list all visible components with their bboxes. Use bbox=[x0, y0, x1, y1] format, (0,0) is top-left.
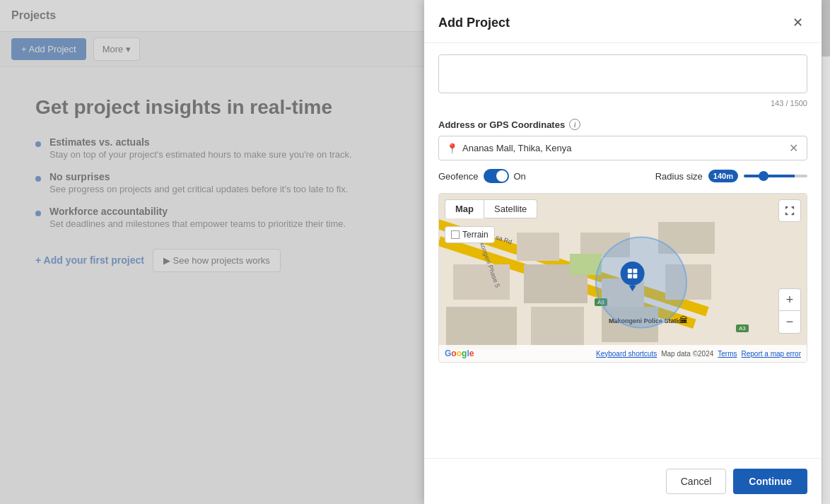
map-block8 bbox=[446, 307, 517, 349]
map-attr-right: Keyboard shortcuts Map data ©2024 Terms … bbox=[596, 350, 801, 358]
map-zoom-in-button[interactable]: + bbox=[778, 288, 801, 311]
report-error-link[interactable]: Report a map error bbox=[742, 350, 801, 358]
map-police-icon: 🏛 bbox=[679, 315, 688, 325]
geofence-toggle-wrap: On bbox=[484, 169, 525, 183]
project-description-textarea[interactable] bbox=[438, 54, 807, 93]
address-input[interactable] bbox=[462, 136, 788, 160]
address-info-icon: i bbox=[569, 119, 580, 130]
cancel-button[interactable]: Cancel bbox=[666, 469, 727, 494]
geofence-label: Geofence bbox=[438, 171, 478, 182]
background-overlay bbox=[0, 0, 424, 504]
terms-link[interactable]: Terms bbox=[718, 350, 737, 358]
terrain-label: Terrain bbox=[462, 230, 489, 240]
map-zoom-out-button[interactable]: − bbox=[778, 311, 801, 334]
add-project-dialog: Add Project ✕ 143 / 1500 Address or GPS … bbox=[424, 0, 822, 504]
map-badge-a3-2: A3 bbox=[736, 324, 749, 332]
map-container: Makongeni Phase 5 sa Rd Makongeni Police… bbox=[438, 193, 807, 363]
svg-rect-0 bbox=[628, 269, 632, 273]
map-toolbar: Map Satellite bbox=[445, 199, 537, 218]
radius-right: Radius size 140m bbox=[655, 170, 807, 182]
address-input-wrap: 📍 ✕ bbox=[438, 136, 807, 160]
map-tab-satellite[interactable]: Satellite bbox=[484, 199, 537, 218]
dialog-header: Add Project ✕ bbox=[424, 0, 822, 43]
map-background: Makongeni Phase 5 sa Rd Makongeni Police… bbox=[439, 194, 807, 362]
svg-rect-2 bbox=[628, 274, 632, 279]
scrollbar-thumb[interactable] bbox=[822, 0, 830, 57]
map-block9 bbox=[531, 307, 584, 346]
address-section-label: Address or GPS Coordinates i bbox=[438, 119, 807, 130]
radius-label: Radius size bbox=[655, 171, 703, 182]
map-zoom-controls: + − bbox=[778, 288, 801, 334]
map-fullscreen-button[interactable] bbox=[778, 199, 801, 222]
location-pin-icon: 📍 bbox=[446, 143, 458, 154]
svg-rect-3 bbox=[633, 274, 637, 279]
scrollbar[interactable] bbox=[822, 0, 830, 504]
geofence-state: On bbox=[513, 171, 525, 182]
map-tab-map[interactable]: Map bbox=[445, 199, 484, 218]
address-clear-button[interactable]: ✕ bbox=[788, 140, 800, 156]
map-block2 bbox=[517, 233, 559, 261]
map-pin-icon bbox=[626, 267, 639, 280]
geofence-toggle[interactable] bbox=[484, 169, 509, 183]
keyboard-shortcuts-link[interactable]: Keyboard shortcuts bbox=[596, 350, 657, 358]
dialog-body: 143 / 1500 Address or GPS Coordinates i … bbox=[424, 43, 822, 458]
terrain-button[interactable]: Terrain bbox=[445, 226, 495, 243]
map-pin-tail bbox=[629, 286, 636, 291]
map-attr-left: Google bbox=[445, 348, 474, 358]
toggle-thumb bbox=[496, 170, 508, 182]
geofence-left: Geofence On bbox=[438, 169, 526, 183]
dialog-close-button[interactable]: ✕ bbox=[788, 13, 807, 33]
map-data-text: Map data ©2024 bbox=[661, 350, 713, 358]
google-logo: Google bbox=[445, 348, 474, 358]
char-count: 143 / 1500 bbox=[438, 99, 807, 107]
fullscreen-icon bbox=[785, 206, 795, 216]
map-block1 bbox=[453, 264, 510, 300]
continue-button[interactable]: Continue bbox=[733, 469, 807, 494]
map-pin bbox=[621, 262, 645, 291]
terrain-checkbox bbox=[451, 230, 460, 239]
radius-slider[interactable] bbox=[744, 175, 807, 177]
map-attribution: Google Keyboard shortcuts Map data ©2024… bbox=[439, 345, 807, 362]
map-pin-circle bbox=[621, 262, 645, 286]
dialog-title: Add Project bbox=[438, 16, 510, 30]
svg-rect-1 bbox=[633, 269, 637, 273]
dialog-footer: Cancel Continue bbox=[424, 458, 822, 504]
geofence-row: Geofence On Radius size 140m bbox=[438, 169, 807, 183]
radius-value: 140m bbox=[708, 170, 738, 182]
